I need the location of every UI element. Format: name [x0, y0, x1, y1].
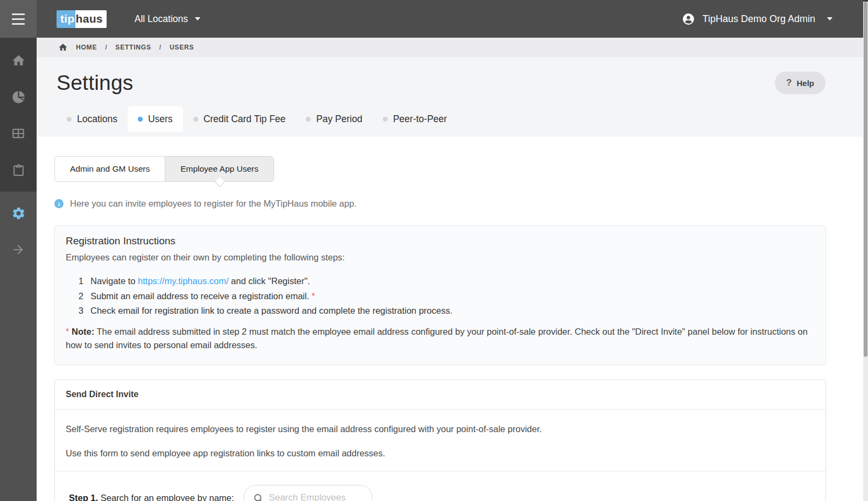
- registration-intro-text: Employees can register on their own by c…: [66, 252, 815, 263]
- breadcrumb-separator: /: [105, 44, 107, 51]
- tab-credit-card-tip-fee[interactable]: Credit Card Tip Fee: [183, 106, 296, 132]
- users-tab-panel: Admin and GM Users Employee App Users i …: [37, 137, 863, 501]
- search-icon: [253, 493, 264, 501]
- app-window: tip haus All Locations TipHaus Demo Org …: [0, 0, 868, 501]
- arrow-right-icon: [11, 243, 25, 257]
- subtab-label: Employee App Users: [180, 164, 258, 173]
- registration-step-3: 3 Check email for registration link to c…: [66, 304, 815, 319]
- user-type-toggle: Admin and GM Users Employee App Users: [54, 156, 274, 182]
- active-subtab-pointer: [214, 177, 224, 187]
- registration-link[interactable]: https://my.tiphaus.com/: [138, 276, 228, 286]
- info-icon: i: [54, 199, 64, 208]
- registration-note: * Note: The email address submitted in s…: [66, 325, 815, 352]
- main-content: Settings ? Help Locations Users Credit C…: [37, 57, 863, 501]
- send-direct-invite-title: Send Direct Invite: [55, 380, 825, 410]
- breadcrumb-separator: /: [159, 44, 162, 51]
- direct-invite-paragraph-2: Use this form to send employee app regis…: [66, 448, 815, 458]
- tab-dot-icon: [138, 117, 143, 122]
- registration-instructions-title: Registration Instructions: [66, 235, 815, 247]
- tab-dot-icon: [306, 117, 311, 122]
- breadcrumb-settings[interactable]: SETTINGS: [115, 44, 151, 51]
- info-banner: i Here you can invite employees to regis…: [54, 199, 826, 209]
- tab-dot-icon: [193, 117, 198, 122]
- breadcrumb: HOME / SETTINGS / USERS: [37, 38, 863, 57]
- tab-peer-to-peer[interactable]: Peer-to-Peer: [373, 106, 457, 132]
- sidebar-item-tables[interactable]: [0, 115, 37, 152]
- hamburger-icon: [12, 13, 25, 15]
- step-text: Submit an email address to receive a reg…: [90, 291, 312, 301]
- sidebar-nav: [0, 38, 37, 501]
- location-selector-dropdown[interactable]: All Locations: [135, 13, 200, 25]
- scrollbar-track[interactable]: [863, 0, 868, 501]
- breadcrumb-users[interactable]: USERS: [170, 44, 194, 51]
- sidebar-item-home[interactable]: [0, 42, 37, 79]
- account-circle-icon: [682, 12, 695, 26]
- registration-steps-list: 1 Navigate to https://my.tiphaus.com/ an…: [66, 274, 815, 319]
- note-label: Note:: [72, 327, 94, 336]
- top-bar: tip haus All Locations TipHaus Demo Org …: [0, 0, 863, 38]
- sidebar-item-settings[interactable]: [0, 195, 37, 231]
- table-icon: [11, 126, 25, 140]
- hamburger-menu-button[interactable]: [0, 0, 37, 38]
- page-title: Settings: [57, 71, 863, 95]
- settings-gear-icon: [11, 206, 26, 221]
- step-text: Navigate to: [90, 276, 138, 286]
- scrollbar-thumb[interactable]: [864, 2, 867, 357]
- subtab-employee-app-users[interactable]: Employee App Users: [165, 157, 274, 181]
- tab-label: Credit Card Tip Fee: [204, 114, 286, 125]
- info-banner-text: Here you can invite employees to registe…: [70, 199, 356, 209]
- user-menu[interactable]: TipHaus Demo Org Admin: [682, 12, 832, 26]
- employee-search-field[interactable]: [243, 485, 373, 501]
- note-text: The email address submitted in step 2 mu…: [66, 327, 808, 350]
- chevron-down-icon: [827, 17, 832, 20]
- step-1-label: Step 1. Search for an employee by name:: [69, 493, 234, 501]
- sidebar-main-group: [0, 38, 37, 192]
- logo-haus-segment: haus: [75, 10, 107, 28]
- direct-invite-paragraph-1: Self-Serve registration requires employe…: [66, 424, 815, 434]
- user-menu-label: TipHaus Demo Org Admin: [703, 13, 815, 25]
- logo-tip-segment: tip: [57, 10, 75, 28]
- home-icon: [11, 53, 26, 68]
- tab-pay-period[interactable]: Pay Period: [296, 106, 373, 132]
- required-asterisk: *: [312, 291, 315, 301]
- tab-dot-icon: [67, 117, 72, 122]
- employee-search-input[interactable]: [269, 492, 360, 501]
- clipboard-icon: [12, 164, 25, 177]
- tab-label: Pay Period: [316, 114, 362, 125]
- tab-label: Peer-to-Peer: [393, 114, 447, 125]
- tab-label: Locations: [77, 114, 117, 125]
- breadcrumb-home[interactable]: HOME: [76, 44, 97, 51]
- send-direct-invite-body: Self-Serve registration requires employe…: [55, 410, 825, 471]
- registration-step-2: 2 Submit an email address to receive a r…: [66, 289, 815, 304]
- chevron-down-icon: [195, 17, 200, 20]
- tiphaus-logo[interactable]: tip haus: [57, 10, 107, 28]
- sidebar-item-analytics[interactable]: [0, 79, 37, 115]
- home-icon: [58, 43, 68, 52]
- tab-dot-icon: [383, 117, 388, 122]
- sidebar-item-reports[interactable]: [0, 152, 37, 188]
- question-mark-icon: ?: [786, 77, 792, 88]
- registration-instructions-panel: Registration Instructions Employees can …: [54, 225, 826, 365]
- registration-step-1: 1 Navigate to https://my.tiphaus.com/ an…: [66, 274, 815, 289]
- step-text: and click "Register".: [229, 276, 310, 286]
- help-button-label: Help: [796, 79, 814, 88]
- help-button[interactable]: ? Help: [775, 72, 825, 94]
- subtab-admin-gm-users[interactable]: Admin and GM Users: [55, 157, 165, 181]
- send-direct-invite-panel: Send Direct Invite Self-Serve registrati…: [54, 379, 826, 501]
- tab-users[interactable]: Users: [128, 106, 183, 132]
- step-text: Check email for registration link to cre…: [90, 304, 452, 319]
- step-1-row: Step 1. Search for an employee by name:: [55, 471, 825, 501]
- settings-tab-bar: Locations Users Credit Card Tip Fee Pay …: [57, 106, 863, 132]
- sidebar-item-logout[interactable]: [0, 231, 37, 268]
- location-selector-label: All Locations: [135, 13, 188, 25]
- pie-chart-icon: [11, 90, 26, 104]
- required-asterisk: *: [66, 327, 69, 336]
- tab-locations[interactable]: Locations: [57, 106, 128, 132]
- tab-label: Users: [148, 114, 173, 125]
